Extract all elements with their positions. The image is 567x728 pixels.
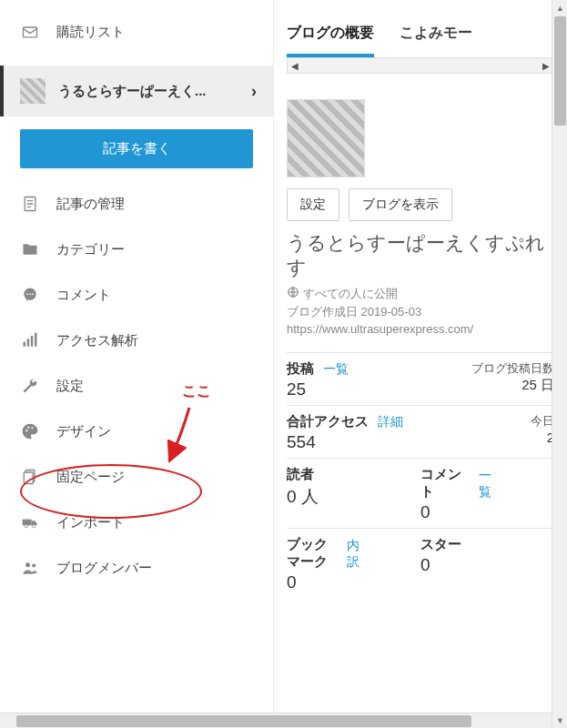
sidebar-item-label: デザイン xyxy=(56,423,111,440)
sidebar-item-categories[interactable]: カテゴリー xyxy=(0,227,273,272)
blog-name: うるとらすーぱーえくすぷれす xyxy=(287,230,554,280)
wrench-icon xyxy=(20,376,40,396)
today-label: 今日 xyxy=(420,413,554,430)
vertical-scrollbar[interactable]: ▲ ▼ xyxy=(552,0,567,728)
visibility-row: すべての人に公開 xyxy=(287,286,554,302)
tab-calendar[interactable]: こよみモー xyxy=(400,24,472,57)
write-post-label: 記事を書く xyxy=(103,140,171,156)
svg-rect-14 xyxy=(24,472,33,484)
comments-value: 0 xyxy=(420,502,554,522)
blog-url[interactable]: https://www.ultrasuperexpress.com/ xyxy=(287,322,554,336)
readers-label: 読者 xyxy=(287,466,420,483)
scroll-left-icon[interactable]: ◀ xyxy=(291,61,299,71)
bookmarks-label: ブックマーク xyxy=(287,536,338,571)
total-access-link[interactable]: 詳細 xyxy=(378,414,403,429)
svg-point-19 xyxy=(32,564,35,568)
svg-point-11 xyxy=(27,427,29,429)
scroll-right-icon[interactable]: ▶ xyxy=(542,61,550,71)
sidebar-item-label: ブログメンバー xyxy=(56,560,152,577)
document-icon xyxy=(20,194,40,214)
today-value: 2 xyxy=(420,430,554,445)
svg-point-18 xyxy=(25,562,30,567)
post-days-value: 25 日 xyxy=(420,377,554,394)
sidebar-item-analytics[interactable]: アクセス解析 xyxy=(0,318,273,363)
blog-thumb-icon xyxy=(20,78,46,104)
tab-scrollbar[interactable]: ◀ ▶ xyxy=(287,57,554,74)
scroll-up-icon[interactable]: ▲ xyxy=(552,0,567,15)
button-label: 設定 xyxy=(300,197,326,211)
svg-point-5 xyxy=(32,293,34,295)
truck-icon xyxy=(20,512,40,532)
tab-bar: ブログの概要 こよみモー xyxy=(287,24,554,57)
bookmarks-link[interactable]: 内訳 xyxy=(347,538,359,571)
stats-section: 投稿 一覧 25 ブログ投稿日数 25 日 合計アクセス 詳細 554 今日 2 xyxy=(287,352,554,598)
scrollbar-thumb[interactable] xyxy=(16,715,471,727)
sidebar-item-manage-posts[interactable]: 記事の管理 xyxy=(0,181,273,227)
blog-title-label: うるとらすーぱーえく... xyxy=(58,83,207,100)
sidebar-item-label: 固定ページ xyxy=(56,469,125,486)
view-blog-button[interactable]: ブログを表示 xyxy=(349,188,452,221)
visibility-label: すべての人に公開 xyxy=(303,286,398,302)
folder-icon xyxy=(20,239,40,259)
svg-point-3 xyxy=(26,293,28,295)
tab-overview[interactable]: ブログの概要 xyxy=(287,24,374,57)
total-access-label: 合計アクセス xyxy=(287,413,369,429)
sidebar-item-label: コメント xyxy=(56,287,111,304)
scroll-down-icon[interactable]: ▼ xyxy=(552,713,567,728)
palette-icon xyxy=(20,421,40,441)
svg-rect-6 xyxy=(24,342,26,347)
tab-label: ブログの概要 xyxy=(287,25,374,40)
svg-rect-8 xyxy=(31,336,34,347)
stars-label: スター xyxy=(420,536,554,553)
sidebar-item-pages[interactable]: 固定ページ xyxy=(0,454,273,500)
sidebar-blog-selector[interactable]: うるとらすーぱーえく... › xyxy=(0,66,273,116)
posts-value: 25 xyxy=(287,379,420,399)
sidebar-item-reading-list[interactable]: 購読リスト xyxy=(0,9,273,55)
sidebar-item-members[interactable]: ブログメンバー xyxy=(0,545,273,591)
svg-point-17 xyxy=(33,525,35,528)
sidebar: 購読リスト うるとらすーぱーえく... › 記事を書く 記事の管理 カテゴリー xyxy=(0,0,273,719)
readers-value: 0 人 xyxy=(287,485,420,509)
comments-list-link[interactable]: 一覧 xyxy=(479,468,491,500)
posts-label: 投稿 xyxy=(287,360,314,376)
created-date: ブログ作成日 2019-05-03 xyxy=(287,304,554,320)
post-days-label: ブログ投稿日数 xyxy=(420,360,554,377)
svg-rect-7 xyxy=(27,339,30,346)
svg-point-16 xyxy=(25,525,27,528)
users-icon xyxy=(20,558,40,578)
sidebar-item-design[interactable]: デザイン xyxy=(0,409,273,454)
sidebar-item-settings[interactable]: 設定 xyxy=(0,363,273,409)
svg-point-4 xyxy=(29,293,31,295)
sidebar-item-label: カテゴリー xyxy=(56,241,125,258)
button-label: ブログを表示 xyxy=(362,197,439,211)
svg-point-10 xyxy=(25,430,27,431)
svg-point-12 xyxy=(31,427,33,429)
stars-value: 0 xyxy=(420,555,554,575)
sidebar-item-label: アクセス解析 xyxy=(56,332,138,349)
sidebar-item-import[interactable]: インポート xyxy=(0,500,273,545)
scrollbar-thumb[interactable] xyxy=(554,16,566,126)
sidebar-item-label: 購読リスト xyxy=(56,24,125,41)
sidebar-item-comments[interactable]: コメント xyxy=(0,272,273,318)
sidebar-item-label: インポート xyxy=(56,514,125,531)
settings-button[interactable]: 設定 xyxy=(287,188,339,221)
comment-icon xyxy=(20,285,40,305)
horizontal-scrollbar[interactable] xyxy=(0,713,552,728)
comments-label: コメント xyxy=(420,466,470,500)
posts-list-link[interactable]: 一覧 xyxy=(323,361,349,376)
chevron-right-icon: › xyxy=(251,82,257,101)
mail-icon xyxy=(20,22,40,42)
tab-label: こよみモー xyxy=(400,25,472,40)
bar-chart-icon xyxy=(20,330,40,350)
svg-rect-9 xyxy=(35,333,37,347)
globe-icon xyxy=(287,286,299,301)
svg-rect-0 xyxy=(24,27,37,37)
total-access-value: 554 xyxy=(287,432,420,452)
main-content: ブログの概要 こよみモー ◀ ▶ 設定 ブログを表示 うるとらすーぱーえくすぷれ… xyxy=(273,0,567,719)
bookmarks-value: 0 xyxy=(287,572,420,592)
write-post-button[interactable]: 記事を書く xyxy=(20,129,253,168)
sidebar-item-label: 記事の管理 xyxy=(56,196,125,213)
pages-icon xyxy=(20,467,40,487)
blog-thumbnail xyxy=(287,99,365,177)
sidebar-item-label: 設定 xyxy=(56,378,84,395)
